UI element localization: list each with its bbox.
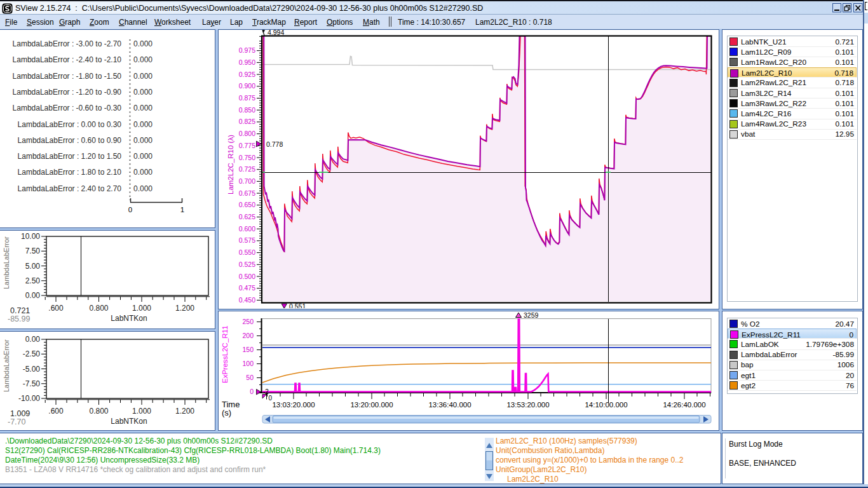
svg-text:0.725: 0.725	[238, 165, 255, 173]
svg-text:14:26:40.000: 14:26:40.000	[663, 401, 705, 409]
svg-text:10.00: 10.00	[21, 232, 40, 241]
svg-text:.600: .600	[48, 304, 64, 313]
svg-text:0.00: 0.00	[25, 291, 41, 300]
svg-text:-5.00: -5.00	[23, 364, 41, 373]
svg-text:13:36:40.000: 13:36:40.000	[428, 401, 471, 409]
svg-text:5.00: 5.00	[25, 261, 41, 270]
svg-text:0.975: 0.975	[238, 46, 255, 54]
svg-text:0.600: 0.600	[238, 224, 255, 232]
svg-text:.600: .600	[48, 407, 64, 416]
svg-text:0.775: 0.775	[238, 141, 255, 149]
svg-text:13:20:00.000: 13:20:00.000	[350, 401, 393, 409]
svg-text:(s): (s)	[222, 407, 231, 417]
svg-text:0.475: 0.475	[238, 284, 255, 292]
svg-text:0.650: 0.650	[238, 201, 255, 208]
svg-text:13:53:20.000: 13:53:20.000	[506, 401, 549, 409]
svg-text:LabNTKon: LabNTKon	[111, 314, 147, 323]
svg-text:50: 50	[246, 374, 254, 381]
svg-text:200: 200	[242, 332, 254, 339]
svg-text:0.800: 0.800	[89, 304, 108, 313]
svg-text:0.875: 0.875	[238, 94, 255, 102]
svg-text:0.550: 0.550	[238, 248, 255, 256]
svg-text:-2.50: -2.50	[23, 349, 41, 358]
svg-text:0.925: 0.925	[238, 70, 255, 78]
svg-text:LambdaLabError: LambdaLabError	[3, 339, 10, 392]
svg-text:14:10:00.000: 14:10:00.000	[585, 401, 627, 409]
svg-text:0.500: 0.500	[238, 272, 255, 280]
svg-text:0.551: 0.551	[289, 302, 306, 309]
svg-text:0.825: 0.825	[238, 118, 255, 125]
svg-text:0.625: 0.625	[238, 213, 255, 220]
svg-text:1.000: 1.000	[132, 304, 151, 313]
svg-text:1: 1	[180, 206, 184, 214]
svg-text:2.50: 2.50	[25, 276, 41, 285]
svg-text:Lam2L2C_R10 (λ): Lam2L2C_R10 (λ)	[227, 134, 234, 194]
svg-text:1.000: 1.000	[132, 407, 151, 416]
svg-text:150: 150	[242, 346, 254, 353]
svg-text:1.200: 1.200	[175, 304, 194, 313]
svg-text:0.575: 0.575	[238, 236, 255, 244]
svg-text:0: 0	[250, 388, 254, 395]
svg-text:LambdaLabError: LambdaLabError	[3, 236, 10, 289]
svg-text:0.721: 0.721	[10, 306, 30, 315]
svg-text:0.850: 0.850	[238, 105, 255, 113]
svg-text:0.800: 0.800	[238, 130, 255, 137]
svg-text:0.750: 0.750	[238, 153, 255, 161]
svg-text:0.778: 0.778	[266, 140, 283, 147]
svg-text:0.00: 0.00	[25, 335, 41, 344]
svg-text:13:03:20.000: 13:03:20.000	[272, 401, 315, 409]
svg-text:4.994: 4.994	[268, 30, 284, 36]
svg-text:-7.70: -7.70	[8, 417, 26, 426]
svg-text:ExPressL2C_R11: ExPressL2C_R11	[221, 325, 229, 383]
svg-text:0.675: 0.675	[238, 189, 255, 196]
svg-text:1.200: 1.200	[175, 407, 194, 416]
svg-text:0.525: 0.525	[238, 260, 255, 268]
svg-text:-85.99: -85.99	[8, 315, 30, 323]
svg-text:0.950: 0.950	[238, 58, 255, 65]
svg-text:1.009: 1.009	[10, 409, 30, 418]
svg-text:-7.50: -7.50	[23, 379, 41, 388]
svg-text:100: 100	[242, 360, 254, 367]
svg-text:0.800: 0.800	[89, 407, 108, 416]
svg-text:LabNTKon: LabNTKon	[111, 417, 147, 426]
svg-text:7.50: 7.50	[25, 247, 41, 255]
svg-text:0.900: 0.900	[238, 82, 255, 90]
svg-text:0: 0	[268, 395, 272, 402]
svg-text:250: 250	[242, 318, 254, 325]
svg-text:0.700: 0.700	[238, 177, 255, 184]
svg-text:0: 0	[128, 206, 132, 214]
svg-text:0.450: 0.450	[238, 295, 255, 303]
svg-text:-10.00: -10.00	[18, 394, 40, 403]
svg-text:3259: 3259	[524, 311, 539, 319]
